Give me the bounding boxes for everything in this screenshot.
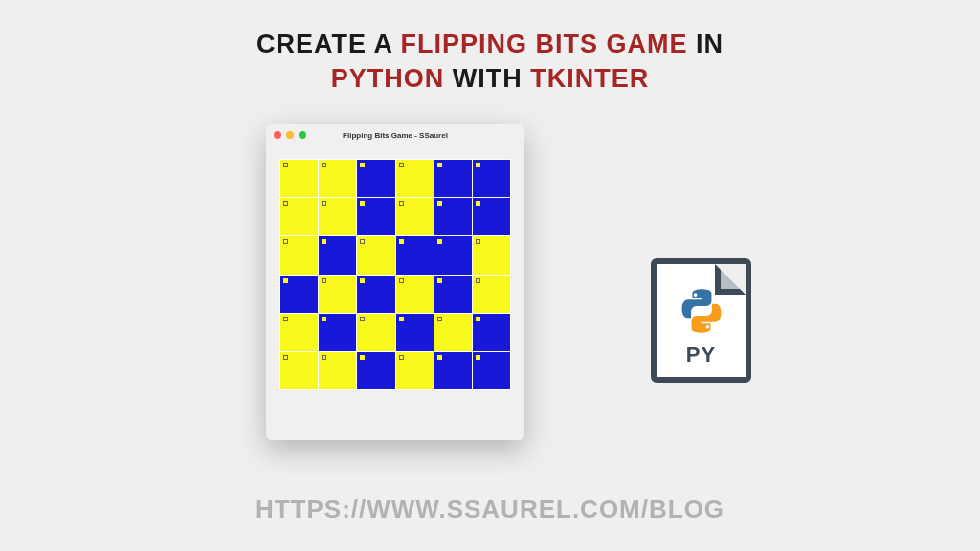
grid-cell[interactable] xyxy=(434,236,472,274)
grid-cell[interactable] xyxy=(396,276,434,313)
grid-cell[interactable] xyxy=(319,198,356,235)
grid-cell[interactable] xyxy=(280,314,318,351)
cell-mark-icon xyxy=(476,355,480,360)
cell-mark-icon xyxy=(360,163,365,167)
title-seg-1: CREATE A xyxy=(256,30,401,58)
cell-mark-icon xyxy=(476,239,480,244)
title-seg-6: TKINTER xyxy=(530,64,649,93)
grid-cell[interactable] xyxy=(319,276,356,313)
cell-mark-icon xyxy=(399,201,404,206)
cell-mark-icon xyxy=(399,278,404,283)
grid-cell[interactable] xyxy=(280,198,318,235)
grid-cell[interactable] xyxy=(396,236,434,274)
game-grid[interactable] xyxy=(279,159,511,390)
grid-cell[interactable] xyxy=(434,352,472,389)
cell-mark-icon xyxy=(283,239,288,244)
cell-mark-icon xyxy=(437,317,442,321)
cell-mark-icon xyxy=(360,317,365,321)
grid-cell[interactable] xyxy=(473,314,510,351)
cell-mark-icon xyxy=(322,201,326,206)
cell-mark-icon xyxy=(283,355,288,360)
grid-cell[interactable] xyxy=(280,236,318,274)
title-seg-4: PYTHON xyxy=(331,64,445,93)
grid-cell[interactable] xyxy=(434,198,472,235)
cell-mark-icon xyxy=(360,201,365,206)
cell-mark-icon xyxy=(399,317,404,321)
cell-mark-icon xyxy=(437,163,442,167)
grid-cell[interactable] xyxy=(473,236,510,274)
grid-cell[interactable] xyxy=(473,276,510,313)
cell-mark-icon xyxy=(360,278,365,283)
python-file-icon: PY xyxy=(651,258,751,383)
window-title-bar: Flipping Bits Game - SSaurel xyxy=(266,124,524,145)
cell-mark-icon xyxy=(360,239,365,244)
grid-cell[interactable] xyxy=(319,236,356,274)
cell-mark-icon xyxy=(360,355,365,360)
cell-mark-icon xyxy=(399,355,404,360)
grid-cell[interactable] xyxy=(396,314,434,351)
title-seg-3: IN xyxy=(688,30,724,58)
grid-cell[interactable] xyxy=(473,198,510,235)
cell-mark-icon xyxy=(437,239,442,244)
grid-cell[interactable] xyxy=(434,276,472,313)
footer-url: HTTPS://WWW.SSAUREL.COM/BLOG xyxy=(0,495,980,524)
grid-cell[interactable] xyxy=(357,276,394,313)
cell-mark-icon xyxy=(437,201,442,206)
file-extension-label: PY xyxy=(657,342,746,367)
grid-cell[interactable] xyxy=(319,160,356,197)
grid-cell[interactable] xyxy=(434,160,472,197)
grid-cell[interactable] xyxy=(280,276,318,313)
cell-mark-icon xyxy=(322,355,326,360)
cell-mark-icon xyxy=(476,163,480,167)
grid-cell[interactable] xyxy=(473,352,510,389)
cell-mark-icon xyxy=(283,317,288,321)
grid-cell[interactable] xyxy=(396,352,434,389)
grid-cell[interactable] xyxy=(357,198,394,235)
cell-mark-icon xyxy=(283,278,288,283)
file-body: PY xyxy=(651,258,751,383)
game-grid-container xyxy=(266,145,524,408)
title-seg-2: FLIPPING BITS GAME xyxy=(400,30,687,58)
grid-cell[interactable] xyxy=(473,160,510,197)
cell-mark-icon xyxy=(283,201,288,206)
cell-mark-icon xyxy=(322,317,326,321)
cell-mark-icon xyxy=(476,317,480,321)
title-seg-5: WITH xyxy=(444,64,530,93)
cell-mark-icon xyxy=(437,355,442,360)
cell-mark-icon xyxy=(322,163,326,167)
cell-mark-icon xyxy=(399,163,404,167)
cell-mark-icon xyxy=(476,278,480,283)
cell-mark-icon xyxy=(322,239,326,244)
grid-cell[interactable] xyxy=(357,160,394,197)
cell-mark-icon xyxy=(283,163,288,167)
grid-cell[interactable] xyxy=(357,314,394,351)
grid-cell[interactable] xyxy=(434,314,472,351)
grid-cell[interactable] xyxy=(280,160,318,197)
window-title: Flipping Bits Game - SSaurel xyxy=(266,131,524,140)
grid-cell[interactable] xyxy=(280,352,318,389)
grid-cell[interactable] xyxy=(396,160,434,197)
grid-cell[interactable] xyxy=(357,236,394,274)
cell-mark-icon xyxy=(437,278,442,283)
grid-cell[interactable] xyxy=(357,352,394,389)
app-window: Flipping Bits Game - SSaurel xyxy=(266,124,524,440)
grid-cell[interactable] xyxy=(319,314,356,351)
cell-mark-icon xyxy=(322,278,326,283)
cell-mark-icon xyxy=(476,201,480,206)
page-title: CREATE A FLIPPING BITS GAME IN PYTHON WI… xyxy=(0,27,980,97)
grid-cell[interactable] xyxy=(396,198,434,235)
grid-cell[interactable] xyxy=(319,352,356,389)
cell-mark-icon xyxy=(399,239,404,244)
